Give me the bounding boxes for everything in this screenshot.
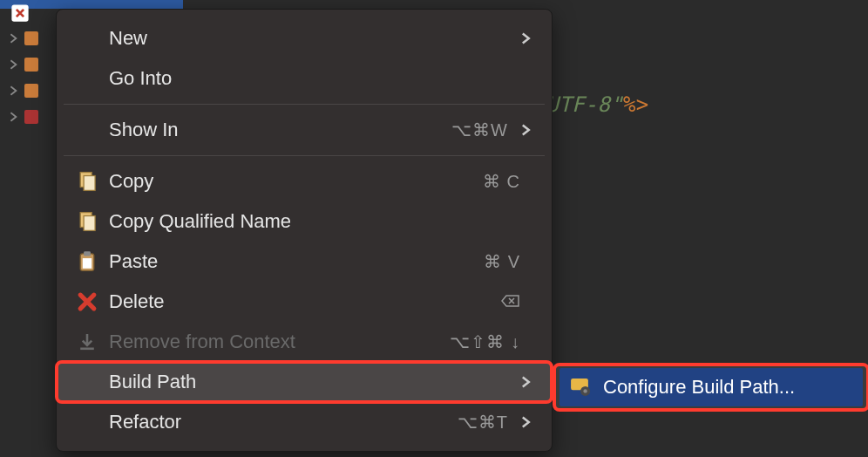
folder-icon [24,58,38,72]
menu-label: New [109,27,520,50]
menu-delete[interactable]: Delete [57,282,552,322]
menu-remove-context: Remove from Context ⌥⇧⌘ ↓ [57,322,552,362]
folder-icon [24,31,38,45]
menu-build-path[interactable]: Build Path [57,362,552,402]
folder-icon [24,110,38,124]
chevron-right-icon [520,32,532,44]
menu-configure-build-path[interactable]: Configure Build Path... [559,368,863,406]
context-menu: New Go Into Show In ⌥⌘W Copy ⌘ C Copy Qu… [56,9,553,452]
menu-go-into[interactable]: Go Into [57,58,552,99]
tree-item[interactable] [9,110,52,124]
copy-qualified-icon [76,212,98,231]
menu-separator [64,155,545,156]
menu-show-in[interactable]: Show In ⌥⌘W [57,110,552,150]
delete-shortcut-icon [501,292,520,312]
tree-item[interactable] [9,31,52,45]
svg-rect-6 [84,251,91,256]
menu-label: Copy [109,170,483,193]
configure-icon [570,378,594,397]
tree-item[interactable] [9,84,52,98]
svg-rect-2 [84,176,95,191]
submenu-label: Configure Build Path... [603,376,795,399]
shortcut: ⌥⇧⌘ ↓ [450,331,520,352]
menu-new[interactable]: New [57,18,552,58]
menu-paste[interactable]: Paste ⌘ V [57,242,552,282]
chevron-right-icon [520,376,532,388]
remove-context-icon [76,332,98,351]
build-path-submenu: Configure Build Path... [554,365,868,410]
menu-label: Paste [109,250,484,273]
svg-rect-7 [83,258,92,269]
menu-label: Go Into [109,67,532,90]
shortcut: ⌘ V [484,251,520,272]
copy-icon [76,172,98,191]
shortcut: ⌥⌘T [458,412,508,433]
menu-copy[interactable]: Copy ⌘ C [57,161,552,201]
shortcut: ⌘ C [483,171,520,192]
menu-copy-qualified[interactable]: Copy Qualified Name [57,201,552,242]
svg-rect-4 [84,216,95,231]
project-tree[interactable] [0,31,52,124]
menu-label: Remove from Context [109,331,450,353]
tree-item[interactable] [9,58,52,72]
folder-icon [24,84,38,98]
delete-icon [76,292,98,311]
paste-icon [76,252,98,271]
close-tab-icon[interactable] [10,3,30,23]
menu-refactor[interactable]: Refactor ⌥⌘T [57,402,552,442]
code-text: %> [623,92,649,117]
svg-point-10 [583,389,587,392]
menu-label: Copy Qualified Name [109,210,532,233]
chevron-right-icon [520,416,532,428]
menu-label: Build Path [109,371,520,393]
x-icon [10,3,30,23]
menu-label: Show In [109,119,451,141]
menu-label: Delete [109,290,501,313]
shortcut: ⌥⌘W [451,119,508,140]
chevron-right-icon [520,124,532,136]
menu-separator [64,104,545,105]
menu-label: Refactor [109,411,458,433]
